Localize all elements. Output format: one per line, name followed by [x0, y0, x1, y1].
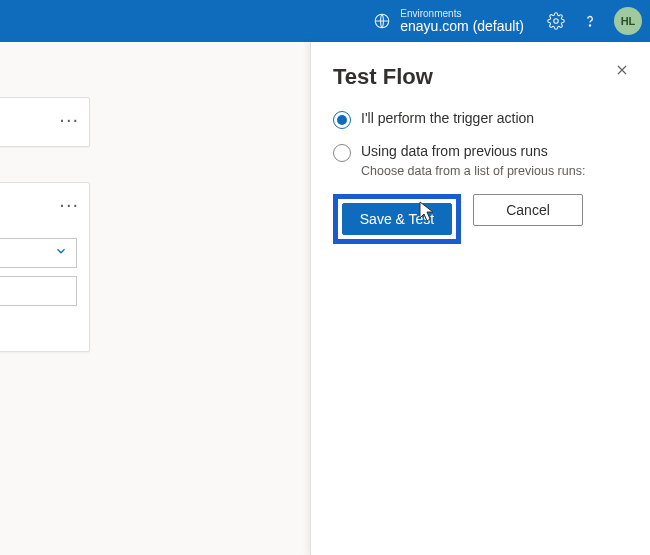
test-flow-panel: Test Flow I'll perform the trigger actio…: [310, 42, 650, 555]
radio-option-manual-trigger[interactable]: I'll perform the trigger action: [333, 110, 628, 129]
environment-selector[interactable]: Environments enayu.com (default): [372, 8, 524, 34]
more-options-icon[interactable]: ···: [59, 193, 79, 216]
cancel-button[interactable]: Cancel: [473, 194, 583, 226]
panel-button-row: Save & Test Cancel: [333, 194, 628, 244]
dropdown-field[interactable]: [0, 238, 77, 268]
svg-point-1: [554, 19, 559, 24]
environment-label: Environments: [400, 8, 524, 19]
globe-icon: [372, 11, 392, 31]
radio-label: I'll perform the trigger action: [361, 110, 534, 126]
radio-label: Using data from previous runs: [361, 143, 548, 159]
chevron-down-icon: [54, 244, 68, 262]
close-button[interactable]: [614, 62, 630, 82]
radio-option-previous-runs[interactable]: Using data from previous runs: [333, 143, 628, 162]
help-icon[interactable]: [580, 11, 600, 31]
svg-point-2: [589, 25, 590, 26]
more-options-icon[interactable]: ···: [59, 108, 79, 131]
avatar[interactable]: HL: [614, 7, 642, 35]
highlight-box: Save & Test: [333, 194, 461, 244]
app-header: Environments enayu.com (default) HL: [0, 0, 650, 42]
radio-indicator: [333, 111, 351, 129]
panel-title: Test Flow: [333, 64, 628, 90]
radio-subtext: Choose data from a list of previous runs…: [361, 164, 628, 178]
flow-step-card[interactable]: ···: [0, 97, 90, 147]
settings-icon[interactable]: [546, 11, 566, 31]
radio-indicator: [333, 144, 351, 162]
environment-name: enayu.com (default): [400, 19, 524, 34]
save-and-test-button[interactable]: Save & Test: [342, 203, 452, 235]
flow-step-card[interactable]: ···: [0, 182, 90, 352]
text-field[interactable]: [0, 276, 77, 306]
